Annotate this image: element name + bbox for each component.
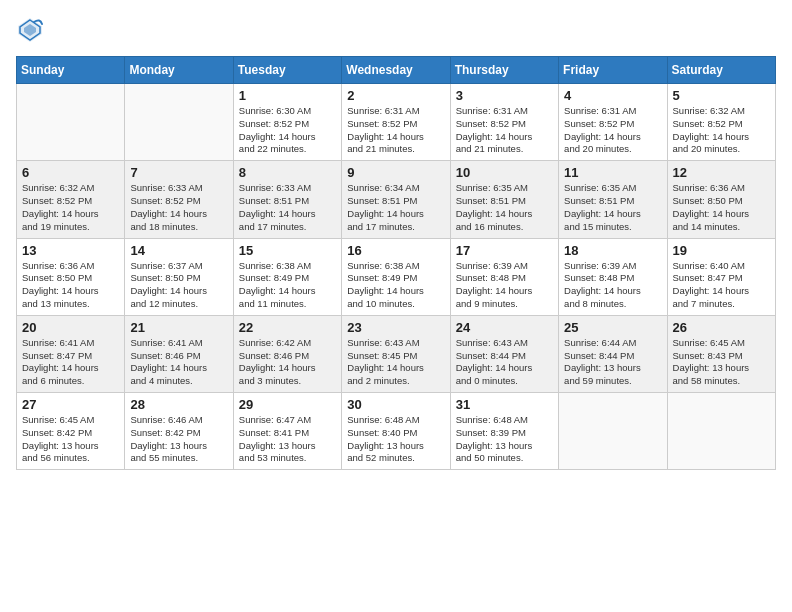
- calendar-table: SundayMondayTuesdayWednesdayThursdayFrid…: [16, 56, 776, 470]
- day-detail: Sunrise: 6:31 AM Sunset: 8:52 PM Dayligh…: [564, 105, 661, 156]
- calendar-day-cell: 18Sunrise: 6:39 AM Sunset: 8:48 PM Dayli…: [559, 238, 667, 315]
- column-header-thursday: Thursday: [450, 57, 558, 84]
- calendar-day-cell: 26Sunrise: 6:45 AM Sunset: 8:43 PM Dayli…: [667, 315, 775, 392]
- day-detail: Sunrise: 6:33 AM Sunset: 8:52 PM Dayligh…: [130, 182, 227, 233]
- calendar-day-cell: [125, 84, 233, 161]
- day-detail: Sunrise: 6:43 AM Sunset: 8:44 PM Dayligh…: [456, 337, 553, 388]
- calendar-week-row: 1Sunrise: 6:30 AM Sunset: 8:52 PM Daylig…: [17, 84, 776, 161]
- day-detail: Sunrise: 6:36 AM Sunset: 8:50 PM Dayligh…: [673, 182, 770, 233]
- day-number: 17: [456, 243, 553, 258]
- calendar-day-cell: 16Sunrise: 6:38 AM Sunset: 8:49 PM Dayli…: [342, 238, 450, 315]
- day-detail: Sunrise: 6:41 AM Sunset: 8:46 PM Dayligh…: [130, 337, 227, 388]
- calendar-day-cell: 4Sunrise: 6:31 AM Sunset: 8:52 PM Daylig…: [559, 84, 667, 161]
- day-number: 18: [564, 243, 661, 258]
- logo: [16, 16, 48, 44]
- day-detail: Sunrise: 6:43 AM Sunset: 8:45 PM Dayligh…: [347, 337, 444, 388]
- day-detail: Sunrise: 6:39 AM Sunset: 8:48 PM Dayligh…: [564, 260, 661, 311]
- day-detail: Sunrise: 6:39 AM Sunset: 8:48 PM Dayligh…: [456, 260, 553, 311]
- day-detail: Sunrise: 6:35 AM Sunset: 8:51 PM Dayligh…: [564, 182, 661, 233]
- day-number: 30: [347, 397, 444, 412]
- day-number: 13: [22, 243, 119, 258]
- day-detail: Sunrise: 6:34 AM Sunset: 8:51 PM Dayligh…: [347, 182, 444, 233]
- day-number: 24: [456, 320, 553, 335]
- calendar-day-cell: 27Sunrise: 6:45 AM Sunset: 8:42 PM Dayli…: [17, 393, 125, 470]
- day-number: 16: [347, 243, 444, 258]
- calendar-day-cell: 5Sunrise: 6:32 AM Sunset: 8:52 PM Daylig…: [667, 84, 775, 161]
- day-detail: Sunrise: 6:41 AM Sunset: 8:47 PM Dayligh…: [22, 337, 119, 388]
- calendar-day-cell: [559, 393, 667, 470]
- calendar-day-cell: 31Sunrise: 6:48 AM Sunset: 8:39 PM Dayli…: [450, 393, 558, 470]
- day-detail: Sunrise: 6:36 AM Sunset: 8:50 PM Dayligh…: [22, 260, 119, 311]
- calendar-day-cell: [17, 84, 125, 161]
- calendar-day-cell: 7Sunrise: 6:33 AM Sunset: 8:52 PM Daylig…: [125, 161, 233, 238]
- calendar-day-cell: 30Sunrise: 6:48 AM Sunset: 8:40 PM Dayli…: [342, 393, 450, 470]
- day-detail: Sunrise: 6:30 AM Sunset: 8:52 PM Dayligh…: [239, 105, 336, 156]
- day-detail: Sunrise: 6:48 AM Sunset: 8:39 PM Dayligh…: [456, 414, 553, 465]
- calendar-day-cell: 17Sunrise: 6:39 AM Sunset: 8:48 PM Dayli…: [450, 238, 558, 315]
- day-detail: Sunrise: 6:47 AM Sunset: 8:41 PM Dayligh…: [239, 414, 336, 465]
- calendar-day-cell: 9Sunrise: 6:34 AM Sunset: 8:51 PM Daylig…: [342, 161, 450, 238]
- day-detail: Sunrise: 6:33 AM Sunset: 8:51 PM Dayligh…: [239, 182, 336, 233]
- day-number: 3: [456, 88, 553, 103]
- day-number: 11: [564, 165, 661, 180]
- calendar-day-cell: 11Sunrise: 6:35 AM Sunset: 8:51 PM Dayli…: [559, 161, 667, 238]
- column-header-tuesday: Tuesday: [233, 57, 341, 84]
- day-number: 1: [239, 88, 336, 103]
- page-header: [16, 16, 776, 44]
- day-detail: Sunrise: 6:38 AM Sunset: 8:49 PM Dayligh…: [347, 260, 444, 311]
- column-header-sunday: Sunday: [17, 57, 125, 84]
- column-header-wednesday: Wednesday: [342, 57, 450, 84]
- day-number: 28: [130, 397, 227, 412]
- calendar-week-row: 27Sunrise: 6:45 AM Sunset: 8:42 PM Dayli…: [17, 393, 776, 470]
- day-detail: Sunrise: 6:42 AM Sunset: 8:46 PM Dayligh…: [239, 337, 336, 388]
- day-number: 10: [456, 165, 553, 180]
- day-detail: Sunrise: 6:31 AM Sunset: 8:52 PM Dayligh…: [347, 105, 444, 156]
- calendar-week-row: 13Sunrise: 6:36 AM Sunset: 8:50 PM Dayli…: [17, 238, 776, 315]
- calendar-day-cell: 8Sunrise: 6:33 AM Sunset: 8:51 PM Daylig…: [233, 161, 341, 238]
- calendar-day-cell: 6Sunrise: 6:32 AM Sunset: 8:52 PM Daylig…: [17, 161, 125, 238]
- calendar-day-cell: 24Sunrise: 6:43 AM Sunset: 8:44 PM Dayli…: [450, 315, 558, 392]
- calendar-day-cell: 13Sunrise: 6:36 AM Sunset: 8:50 PM Dayli…: [17, 238, 125, 315]
- day-detail: Sunrise: 6:46 AM Sunset: 8:42 PM Dayligh…: [130, 414, 227, 465]
- day-number: 7: [130, 165, 227, 180]
- day-number: 19: [673, 243, 770, 258]
- day-number: 4: [564, 88, 661, 103]
- day-number: 25: [564, 320, 661, 335]
- day-number: 22: [239, 320, 336, 335]
- calendar-day-cell: 10Sunrise: 6:35 AM Sunset: 8:51 PM Dayli…: [450, 161, 558, 238]
- day-detail: Sunrise: 6:32 AM Sunset: 8:52 PM Dayligh…: [673, 105, 770, 156]
- calendar-day-cell: 21Sunrise: 6:41 AM Sunset: 8:46 PM Dayli…: [125, 315, 233, 392]
- calendar-day-cell: 28Sunrise: 6:46 AM Sunset: 8:42 PM Dayli…: [125, 393, 233, 470]
- day-detail: Sunrise: 6:44 AM Sunset: 8:44 PM Dayligh…: [564, 337, 661, 388]
- column-header-saturday: Saturday: [667, 57, 775, 84]
- calendar-day-cell: 22Sunrise: 6:42 AM Sunset: 8:46 PM Dayli…: [233, 315, 341, 392]
- day-detail: Sunrise: 6:45 AM Sunset: 8:42 PM Dayligh…: [22, 414, 119, 465]
- calendar-day-cell: 23Sunrise: 6:43 AM Sunset: 8:45 PM Dayli…: [342, 315, 450, 392]
- day-detail: Sunrise: 6:38 AM Sunset: 8:49 PM Dayligh…: [239, 260, 336, 311]
- calendar-header-row: SundayMondayTuesdayWednesdayThursdayFrid…: [17, 57, 776, 84]
- day-number: 26: [673, 320, 770, 335]
- logo-icon: [16, 16, 44, 44]
- day-detail: Sunrise: 6:32 AM Sunset: 8:52 PM Dayligh…: [22, 182, 119, 233]
- calendar-day-cell: 2Sunrise: 6:31 AM Sunset: 8:52 PM Daylig…: [342, 84, 450, 161]
- day-detail: Sunrise: 6:31 AM Sunset: 8:52 PM Dayligh…: [456, 105, 553, 156]
- day-number: 29: [239, 397, 336, 412]
- day-number: 15: [239, 243, 336, 258]
- day-detail: Sunrise: 6:45 AM Sunset: 8:43 PM Dayligh…: [673, 337, 770, 388]
- calendar-day-cell: 1Sunrise: 6:30 AM Sunset: 8:52 PM Daylig…: [233, 84, 341, 161]
- day-number: 31: [456, 397, 553, 412]
- day-number: 27: [22, 397, 119, 412]
- day-detail: Sunrise: 6:35 AM Sunset: 8:51 PM Dayligh…: [456, 182, 553, 233]
- calendar-day-cell: [667, 393, 775, 470]
- day-detail: Sunrise: 6:48 AM Sunset: 8:40 PM Dayligh…: [347, 414, 444, 465]
- day-number: 6: [22, 165, 119, 180]
- day-number: 20: [22, 320, 119, 335]
- column-header-friday: Friday: [559, 57, 667, 84]
- day-number: 14: [130, 243, 227, 258]
- day-number: 23: [347, 320, 444, 335]
- day-number: 21: [130, 320, 227, 335]
- calendar-day-cell: 20Sunrise: 6:41 AM Sunset: 8:47 PM Dayli…: [17, 315, 125, 392]
- calendar-day-cell: 15Sunrise: 6:38 AM Sunset: 8:49 PM Dayli…: [233, 238, 341, 315]
- day-number: 2: [347, 88, 444, 103]
- calendar-day-cell: 12Sunrise: 6:36 AM Sunset: 8:50 PM Dayli…: [667, 161, 775, 238]
